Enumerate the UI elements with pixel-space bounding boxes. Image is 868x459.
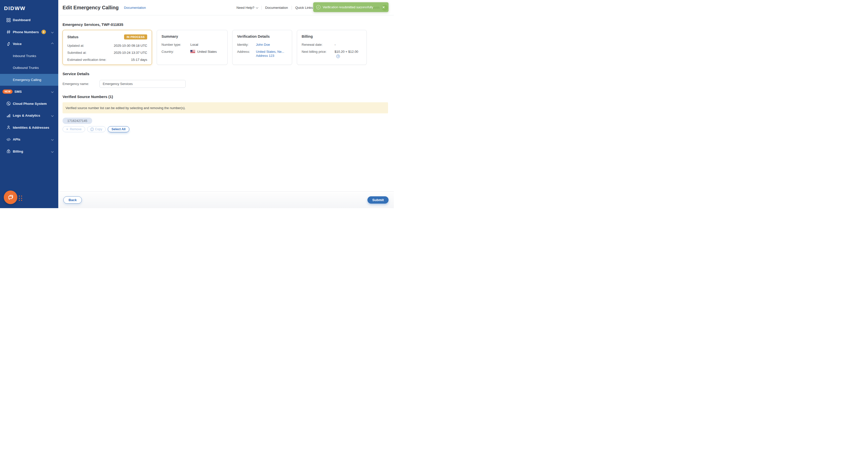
chevron-up-icon (51, 43, 54, 45)
nav-label: Documentation (265, 6, 288, 9)
verification-row: Identity: John Doe (237, 43, 287, 47)
billing-card-title: Billing (302, 34, 313, 38)
copy-icon (91, 128, 93, 131)
sidebar-item-label: APIs (13, 138, 20, 141)
sidebar-item-label: Phone Numbers (13, 30, 39, 34)
sidebar-item-label: Emergency Calling (13, 78, 41, 82)
verified-numbers-heading: Verified Source Numbers (1) (63, 94, 388, 99)
status-row: Estimated verification time: 15-17 days (67, 58, 147, 62)
documentation-link[interactable]: Documentation (124, 6, 146, 9)
renewal-date-label: Renewal date: (302, 43, 335, 47)
x-icon: ✕ (66, 128, 68, 131)
sidebar-menu: DashboardPhone Numbers3VoiceInbound Trun… (0, 14, 58, 157)
service-details-heading: Service Details (63, 71, 388, 76)
count-badge: 3 (41, 30, 46, 34)
select-all-button[interactable]: Select All (108, 126, 129, 132)
dashboard-icon (6, 18, 11, 22)
page-header: Edit Emergency Calling Documentation Nee… (58, 0, 394, 15)
nav-label: Need Help? (237, 6, 254, 9)
back-button[interactable]: Back (63, 196, 82, 204)
remove-button[interactable]: ✕ Remove (63, 126, 85, 132)
status-row-label: Estimated verification time: (67, 58, 106, 62)
chat-drag-dots-icon[interactable] (19, 196, 22, 201)
status-card: Status IN PROCESS Updated at: 2025-10-30… (63, 30, 152, 65)
sidebar-item-outbound-trunks[interactable]: Outbound Trunks (0, 62, 58, 74)
toast-close-icon[interactable]: ✕ (381, 5, 385, 9)
sidebar-item-label: Billing (13, 149, 23, 153)
header-nav: Need Help?DocumentationQuick Links (233, 6, 320, 10)
record-title: Emergency Services, TWF-011835 (63, 22, 388, 27)
toast-message: Verification resubmitted successfully (323, 5, 381, 9)
country-label: Country: (161, 50, 190, 54)
nav-documentation[interactable]: Documentation (262, 6, 291, 9)
status-row-value: 2025-10-30 09:18 UTC (114, 44, 147, 48)
nav-need-help[interactable]: Need Help? (233, 6, 261, 9)
status-row-label: Submitted at: (67, 51, 87, 55)
check-circle-icon: ✓ (316, 5, 320, 9)
verified-numbers-notice: Verified source number list can be edite… (63, 102, 388, 113)
sidebar-item-phone-numbers[interactable]: Phone Numbers3 (0, 26, 58, 38)
status-card-title: Status (67, 35, 79, 39)
chart-icon (6, 113, 11, 118)
sidebar-item-label: Outbound Trunks (13, 66, 39, 69)
new-badge: NEW (2, 89, 12, 94)
sidebar-item-label: Dashboard (13, 18, 31, 22)
chat-bubbles-icon (7, 194, 14, 201)
verified-number-chip[interactable]: 17162427145 (63, 118, 92, 124)
country-value: United States (190, 50, 217, 54)
sidebar-item-emergency-calling[interactable]: Emergency Calling (0, 74, 58, 86)
verification-details-card: Verification Details Identity: John Doe … (232, 30, 292, 65)
verified-numbers-list: 17162427145 (63, 118, 388, 124)
chat-widget-button[interactable] (4, 191, 17, 204)
number-type-label: Number type: (161, 43, 190, 47)
sidebar-item-logs-analytics[interactable]: Logs & Analytics (0, 110, 58, 122)
bag-icon: $ (6, 149, 11, 153)
chevron-down-icon (51, 150, 54, 152)
billing-row: Next billing price: $10.20 + $12.00? (302, 50, 362, 58)
page-title: Edit Emergency Calling (63, 5, 119, 10)
renewal-date-value: - (335, 43, 336, 47)
sidebar-item-dashboard[interactable]: Dashboard (0, 14, 58, 26)
address-link[interactable]: United States, Ne... Address 123 (256, 50, 287, 58)
chevron-down-icon (256, 6, 258, 8)
help-question-icon[interactable]: ? (336, 55, 340, 58)
emergency-name-label: Emergency name: (63, 82, 99, 86)
sidebar-item-label: Identities & Addresses (13, 126, 49, 130)
status-row-value: 15-17 days (131, 58, 147, 62)
chevron-down-icon (51, 114, 54, 117)
sidebar-item-label: SMS (14, 90, 22, 93)
emergency-name-input[interactable] (99, 80, 186, 88)
chevron-down-icon (51, 31, 54, 33)
sidebar-item-voice[interactable]: Voice (0, 38, 58, 50)
identity-link[interactable]: John Doe (256, 43, 270, 47)
summary-row: Number type: Local (161, 43, 223, 47)
status-row: Submitted at: 2025-10-24 13:37 UTC (67, 51, 147, 55)
nav-label: Quick Links (296, 6, 313, 9)
main-column: Edit Emergency Calling Documentation Nee… (58, 0, 394, 208)
status-badge: IN PROCESS (124, 34, 147, 39)
billing-price-label: Next billing price: (302, 50, 335, 58)
status-row: Updated at: 2025-10-30 09:18 UTC (67, 44, 147, 48)
us-flag-icon (190, 50, 195, 53)
submit-button[interactable]: Submit (367, 196, 389, 204)
sidebar-item-apis[interactable]: APIs (0, 134, 58, 146)
sidebar-item-billing[interactable]: $Billing (0, 146, 58, 157)
summary-card-title: Summary (161, 34, 178, 38)
content: Emergency Services, TWF-011835 Status IN… (58, 15, 394, 191)
sidebar-item-identities-addresses[interactable]: Identities & Addresses (0, 122, 58, 134)
billing-card: Billing Renewal date: - Next billing pri… (297, 30, 367, 65)
summary-card: Summary Number type: Local Country: Unit… (157, 30, 227, 65)
identity-label: Identity: (237, 43, 256, 47)
copy-button[interactable]: Copy (87, 126, 106, 132)
sidebar-item-label: Logs & Analytics (13, 114, 40, 117)
sidebar-item-inbound-trunks[interactable]: Inbound Trunks (0, 50, 58, 62)
success-toast: ✓ Verification resubmitted successfully … (313, 2, 389, 12)
chevron-down-icon (51, 90, 54, 93)
voice-icon (6, 42, 11, 46)
sidebar-item-cloud-phone-system[interactable]: Cloud Phone System (0, 98, 58, 110)
sidebar-item-sms[interactable]: NEWSMS (0, 86, 58, 98)
emergency-name-row: Emergency name: (63, 80, 388, 88)
sidebar-item-label: Voice (13, 42, 22, 46)
address-label: Address: (237, 50, 256, 58)
sidebar: DIDWW DashboardPhone Numbers3VoiceInboun… (0, 0, 58, 208)
